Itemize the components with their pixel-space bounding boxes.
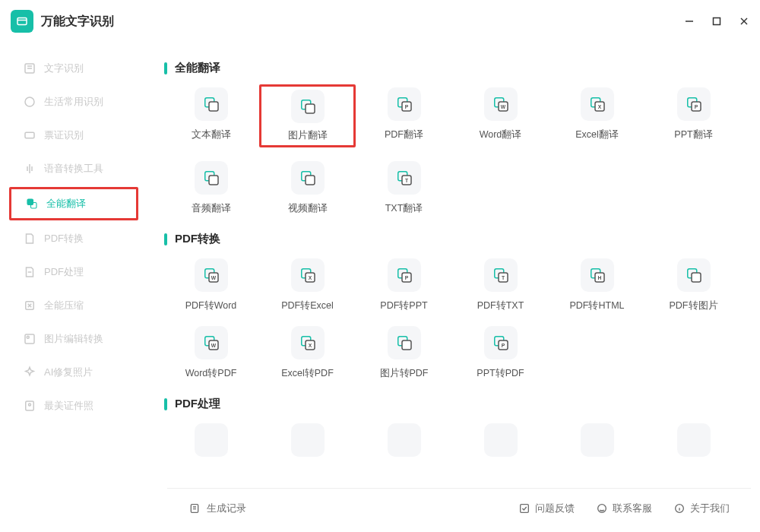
text-translate-icon (195, 87, 228, 121)
svg-rect-34 (306, 176, 315, 185)
support-label: 联系客服 (613, 502, 652, 515)
image-edit-icon (23, 332, 36, 346)
svg-rect-67 (521, 504, 529, 512)
about-label: 关于我们 (690, 502, 730, 515)
tool-item[interactable]: T TXT翻译 (356, 161, 452, 215)
tool-item[interactable] (163, 423, 259, 464)
tool-item[interactable]: 图片转PDF (356, 326, 452, 380)
tool-label: PPT转PDF (477, 367, 524, 380)
tool-item[interactable]: 视频翻译 (259, 161, 356, 215)
audio-translate-icon (195, 161, 228, 195)
sidebar-item-pdf-convert[interactable]: PDF转换 (0, 222, 152, 255)
sidebar-item-translate[interactable]: 全能翻译 (11, 189, 136, 218)
about-button[interactable]: 关于我们 (673, 502, 730, 515)
history-label: 生成记录 (207, 502, 246, 515)
feedback-button[interactable]: 问题反馈 (518, 502, 575, 515)
sidebar-item-label: 全能翻译 (46, 197, 86, 211)
tool-item[interactable]: 文本翻译 (163, 87, 259, 147)
tool-item[interactable]: P PPT转PDF (452, 326, 549, 380)
excel-to-pdf-icon: X (291, 326, 325, 359)
tool-item[interactable]: X Excel转PDF (259, 326, 356, 380)
svg-point-12 (27, 336, 29, 338)
ppt-to-pdf-icon: P (484, 326, 518, 359)
sidebar-item-pdf-process[interactable]: PDF处理 (0, 255, 152, 289)
tool-label: 图片翻译 (288, 129, 328, 142)
svg-text:X: X (308, 275, 312, 280)
tool-label: 图片转PDF (380, 367, 429, 380)
sidebar-item-ticket[interactable]: 票证识别 (0, 119, 152, 152)
tool-label: 文本翻译 (192, 128, 231, 141)
sidebar: 文字识别 生活常用识别 票证识别 语音转换工具 全能翻译 PDF转换 PDF处理 (0, 43, 152, 532)
maximize-icon[interactable] (711, 16, 722, 27)
tool-item[interactable]: X PDF转Excel (259, 258, 356, 312)
svg-text:X: X (597, 104, 601, 109)
tool-item[interactable]: W Word翻译 (452, 87, 549, 147)
close-icon[interactable] (739, 16, 749, 27)
minimize-icon[interactable] (684, 16, 695, 27)
sidebar-item-label: AI修复照片 (44, 366, 93, 379)
sidebar-item-label: 语音转换工具 (44, 162, 103, 176)
section-pdf-process: PDF处理 (160, 397, 745, 464)
tool-item[interactable] (452, 423, 549, 464)
sidebar-item-compress[interactable]: 全能压缩 (0, 289, 152, 322)
tool-item[interactable]: X Excel翻译 (549, 87, 645, 147)
tool-item[interactable]: P PPT翻译 (645, 87, 742, 147)
svg-text:W: W (211, 275, 216, 280)
ocr-icon (23, 62, 36, 75)
main-content: 全能翻译 文本翻译 图片翻译 P PDF翻译 W Word翻译 X Excel翻… (152, 43, 760, 532)
pdf-to-word-icon: W (195, 258, 228, 292)
tool-item[interactable]: 音频翻译 (163, 161, 259, 215)
tool-label: 视频翻译 (288, 202, 328, 215)
translate-icon (25, 197, 39, 211)
ppt-translate-icon: P (677, 87, 711, 121)
sidebar-item-daily[interactable]: 生活常用识别 (0, 85, 152, 119)
tool-label: PDF翻译 (385, 128, 423, 141)
svg-text:P: P (404, 104, 408, 109)
tool-label: TXT翻译 (385, 202, 423, 215)
tool-item[interactable]: W Word转PDF (163, 326, 259, 380)
pdf-to-excel-icon: X (291, 258, 325, 292)
tool-item[interactable] (259, 423, 356, 464)
tool-label: Word翻译 (480, 128, 522, 141)
tool-item[interactable]: W PDF转Word (163, 258, 259, 312)
compress-icon (23, 299, 36, 312)
tool-item[interactable]: P PDF翻译 (356, 87, 452, 147)
section-translate: 全能翻译 文本翻译 图片翻译 P PDF翻译 W Word翻译 X Excel翻… (160, 61, 745, 215)
sidebar-item-ai-restore[interactable]: AI修复照片 (0, 356, 152, 389)
sidebar-item-label: 图片编辑转换 (44, 332, 103, 346)
tool-label: PDF转TXT (477, 299, 524, 312)
tool-item[interactable]: PDF转图片 (645, 258, 742, 312)
pdf-translate-icon: P (388, 87, 421, 121)
sidebar-item-ocr[interactable]: 文字识别 (0, 52, 152, 85)
sidebar-item-audio-tools[interactable]: 语音转换工具 (0, 152, 152, 185)
tool-label: 音频翻译 (192, 202, 231, 215)
tool-label: Word转PDF (185, 367, 237, 380)
svg-text:P: P (501, 343, 505, 348)
tool-item[interactable]: P PDF转PPT (356, 258, 452, 312)
tool-label: PDF转图片 (670, 299, 718, 312)
sidebar-item-id-photo[interactable]: 最美证件照 (0, 389, 152, 423)
svg-text:W: W (211, 343, 216, 348)
tool-label: PDF转Word (185, 299, 237, 312)
section-title: PDF转换 (164, 232, 745, 246)
tool-item[interactable]: T PDF转TXT (452, 258, 549, 312)
id-photo-icon (23, 399, 36, 413)
sidebar-item-image-edit[interactable]: 图片编辑转换 (0, 322, 152, 356)
svg-rect-7 (25, 132, 34, 138)
pdf-to-image-icon (677, 258, 711, 292)
tool-item[interactable] (356, 423, 452, 464)
tool-item[interactable] (549, 423, 645, 464)
svg-text:X: X (308, 343, 312, 348)
tool-item[interactable]: 图片翻译 (259, 84, 356, 147)
history-button[interactable]: 生成记录 (188, 502, 246, 515)
sidebar-item-label: 全能压缩 (44, 299, 84, 312)
tool-item[interactable]: H PDF转HTML (549, 258, 645, 312)
sidebar-item-label: 票证识别 (44, 128, 84, 142)
tool-item[interactable] (645, 423, 742, 464)
tool-label: PDF转HTML (569, 299, 624, 312)
txt-translate-icon: T (388, 161, 421, 195)
pdf-to-html-icon: H (581, 258, 614, 292)
support-button[interactable]: 联系客服 (596, 502, 652, 515)
svg-point-6 (25, 97, 34, 106)
app-title: 万能文字识别 (41, 14, 114, 30)
